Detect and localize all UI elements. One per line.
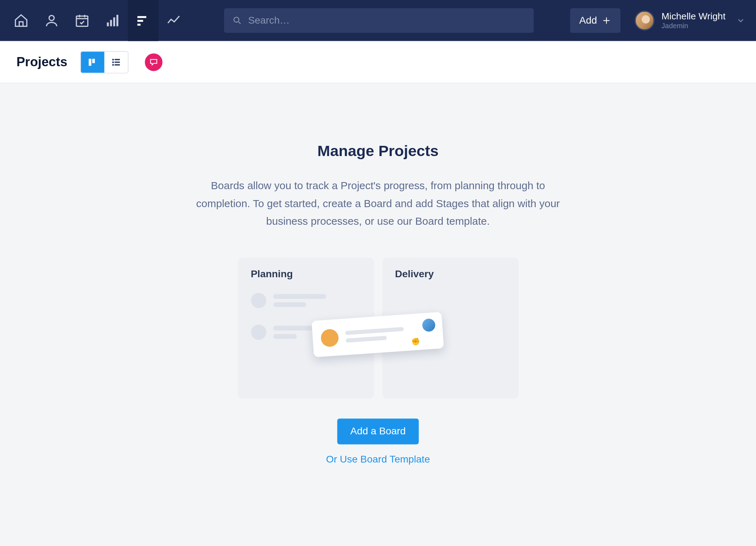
empty-state-illustration: Planning Delivery bbox=[237, 258, 519, 398]
activity-line-icon bbox=[166, 13, 181, 28]
search-input[interactable] bbox=[248, 15, 525, 26]
svg-rect-2 bbox=[107, 23, 109, 26]
user-text: Michelle Wright Jademin bbox=[662, 11, 726, 30]
search-icon bbox=[232, 15, 242, 26]
grab-cursor-icon: ✊ bbox=[410, 337, 420, 346]
svg-rect-3 bbox=[110, 20, 112, 26]
view-toggle bbox=[80, 51, 128, 73]
svg-rect-15 bbox=[115, 62, 120, 62]
svg-rect-1 bbox=[76, 16, 88, 26]
illus-card-dot bbox=[320, 328, 339, 347]
svg-rect-4 bbox=[113, 17, 115, 26]
illus-dot bbox=[251, 293, 266, 308]
gantt-icon bbox=[136, 13, 151, 28]
svg-rect-5 bbox=[116, 15, 118, 26]
illus-placeholder-row bbox=[251, 293, 361, 308]
user-name: Michelle Wright bbox=[662, 11, 726, 22]
caret-down-icon bbox=[736, 16, 745, 25]
calendar-check-icon bbox=[75, 13, 90, 28]
user-avatar bbox=[635, 11, 655, 31]
svg-rect-8 bbox=[137, 24, 140, 25]
empty-state-headline: Manage Projects bbox=[317, 142, 439, 160]
illus-dot bbox=[251, 324, 266, 340]
top-navbar: Add Michelle Wright Jademin bbox=[0, 0, 756, 41]
add-board-button[interactable]: Add a Board bbox=[338, 418, 419, 444]
illus-lines bbox=[273, 294, 326, 307]
svg-rect-13 bbox=[115, 59, 120, 60]
illus-column-title: Delivery bbox=[395, 268, 505, 280]
nav-profile[interactable] bbox=[36, 0, 67, 41]
chat-bubble-icon bbox=[149, 57, 158, 67]
page-title: Projects bbox=[17, 54, 68, 69]
plus-icon bbox=[602, 16, 611, 25]
person-icon bbox=[44, 13, 59, 28]
nav-analytics[interactable] bbox=[97, 0, 128, 41]
svg-point-12 bbox=[112, 58, 114, 60]
secondary-bar: Projects bbox=[0, 41, 756, 83]
nav-home[interactable] bbox=[6, 0, 37, 41]
chat-button[interactable] bbox=[145, 53, 162, 71]
view-list-button[interactable] bbox=[104, 51, 128, 73]
bar-chart-icon bbox=[105, 13, 120, 28]
svg-rect-17 bbox=[115, 64, 120, 65]
user-subtitle: Jademin bbox=[662, 22, 726, 30]
user-menu[interactable]: Michelle Wright Jademin bbox=[635, 11, 745, 31]
svg-rect-11 bbox=[92, 58, 95, 63]
view-board-button[interactable] bbox=[81, 51, 105, 73]
svg-point-0 bbox=[49, 15, 54, 20]
svg-rect-10 bbox=[89, 58, 91, 66]
nav-calendar[interactable] bbox=[67, 0, 97, 41]
use-board-template-link[interactable]: Or Use Board Template bbox=[326, 454, 430, 465]
svg-point-16 bbox=[112, 64, 114, 65]
svg-point-14 bbox=[112, 61, 114, 63]
board-view-icon bbox=[87, 57, 98, 67]
home-icon bbox=[13, 13, 29, 28]
illus-column-title: Planning bbox=[251, 268, 361, 280]
svg-rect-6 bbox=[137, 16, 146, 18]
svg-point-9 bbox=[234, 17, 239, 22]
illus-card-lines bbox=[345, 327, 404, 343]
list-view-icon bbox=[111, 57, 121, 67]
empty-state: Manage Projects Boards allow you to trac… bbox=[0, 83, 756, 465]
global-search[interactable] bbox=[224, 8, 534, 33]
illus-card-avatar bbox=[422, 318, 435, 332]
add-button-label: Add bbox=[579, 15, 597, 26]
svg-rect-7 bbox=[137, 20, 143, 22]
nav-projects[interactable] bbox=[128, 0, 158, 41]
nav-activity[interactable] bbox=[158, 0, 189, 41]
empty-state-description: Boards allow you to track a Project's pr… bbox=[184, 177, 572, 231]
add-button[interactable]: Add bbox=[570, 8, 620, 33]
